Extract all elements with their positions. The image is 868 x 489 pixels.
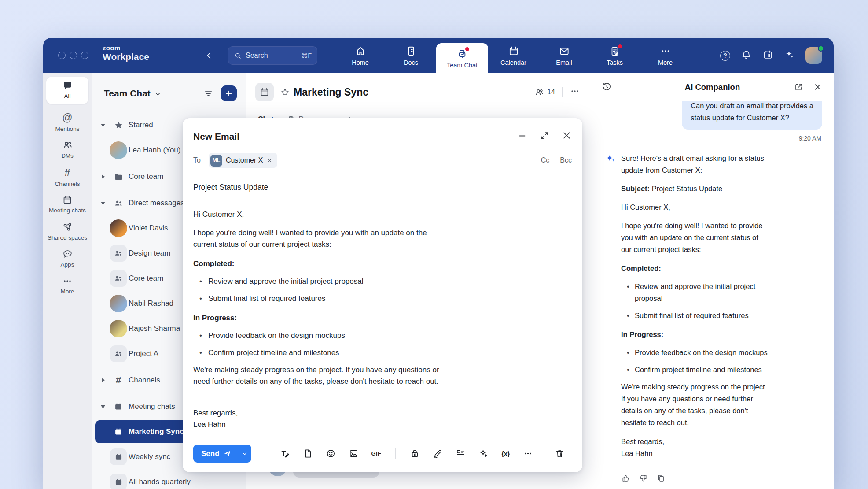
rail-item-dms[interactable]: DMs [46, 136, 88, 163]
ai-sparkle-icon [784, 49, 795, 60]
rail-meeting-chats-label: Meeting chats [49, 207, 86, 214]
chat-list-title-dropdown[interactable]: Team Chat [104, 88, 162, 99]
collapse-caret-icon[interactable] [98, 124, 108, 127]
window-close-dot[interactable] [58, 52, 66, 59]
more-icon [62, 276, 73, 286]
collapse-caret-icon[interactable] [98, 405, 108, 408]
nav-calendar[interactable]: Calendar [488, 38, 539, 73]
toolbar-more-button[interactable] [523, 448, 533, 459]
variables-button[interactable]: {x} [501, 450, 510, 457]
thumbs-up-button[interactable] [621, 474, 630, 483]
ai-response-bullet: Review and approve the initial project p… [621, 281, 768, 304]
window-zoom-dot[interactable] [81, 52, 88, 59]
nav-email[interactable]: Email [539, 38, 589, 73]
nav-team-chat-label: Team Chat [447, 62, 478, 69]
rail-item-apps[interactable]: Apps [46, 245, 88, 272]
nav-tasks[interactable]: Tasks [589, 38, 640, 73]
attach-file-button[interactable] [303, 448, 313, 459]
top-navigation: Home Docs Team Chat Calendar Email [335, 38, 691, 73]
new-chat-button[interactable] [221, 85, 237, 101]
members-button[interactable]: 14 [534, 87, 555, 97]
nav-team-chat[interactable]: Team Chat [436, 43, 488, 73]
logo-zoom: zoom [103, 44, 149, 52]
ai-response-completed-heading: Completed: [621, 263, 768, 274]
ai-companion-button[interactable] [784, 49, 795, 62]
help-button[interactable]: ? [720, 51, 730, 61]
cc-button[interactable]: Cc [541, 156, 550, 164]
expand-caret-icon[interactable] [98, 174, 108, 179]
expand-caret-icon[interactable] [98, 378, 108, 382]
ai-compose-button[interactable] [478, 448, 489, 459]
search-input[interactable]: Search ⌘F [228, 46, 317, 65]
bcc-button[interactable]: Bcc [560, 156, 572, 164]
profile-avatar[interactable] [805, 47, 822, 64]
rail-item-all[interactable]: All [46, 77, 88, 104]
new-email-modal: New Email To ML Customer X Cc Bcc [183, 118, 582, 472]
template-button[interactable] [456, 448, 466, 459]
ai-history-button[interactable] [602, 82, 612, 92]
rail-item-meeting-chats[interactable]: Meeting chats [46, 191, 88, 218]
image-icon [349, 448, 359, 459]
people-icon [62, 140, 73, 151]
folder-icon [108, 172, 129, 182]
encrypt-button[interactable] [410, 448, 420, 459]
subject-field[interactable]: Project Status Update [193, 175, 572, 200]
body-bullet: Confirm project timeline and milestones [193, 347, 572, 359]
titlebar-right-actions: ? [720, 38, 822, 73]
window-minimize-dot[interactable] [70, 52, 77, 59]
group-people-icon [108, 270, 129, 287]
question-icon: ? [723, 52, 727, 59]
body-completed-heading: Completed: [193, 258, 572, 270]
nav-more-label: More [658, 59, 673, 66]
send-options-button[interactable] [238, 445, 251, 463]
ai-response-paragraph: I hope you're doing well! I wanted to pr… [621, 220, 768, 256]
list-item-meeting[interactable]: All hands quarterly [95, 470, 243, 489]
nav-docs[interactable]: Docs [386, 38, 436, 73]
filter-button[interactable] [202, 87, 215, 100]
compose-toolbar: Send GIF {x} [193, 437, 572, 472]
rail-more-label: More [61, 288, 74, 295]
calendar-icon [108, 402, 129, 411]
minimize-button[interactable] [518, 131, 527, 142]
send-button[interactable]: Send [193, 445, 238, 463]
file-icon [303, 448, 313, 459]
nav-home[interactable]: Home [335, 38, 386, 73]
nav-more[interactable]: More [640, 38, 691, 73]
star-icon [108, 120, 129, 130]
rail-item-shared-spaces[interactable]: Shared spaces [46, 218, 88, 245]
divider [562, 87, 563, 97]
rail-item-channels[interactable]: # Channels [46, 163, 88, 192]
back-button[interactable] [203, 49, 215, 62]
ai-popout-button[interactable] [794, 82, 803, 92]
rail-item-more[interactable]: More [46, 272, 88, 299]
insert-image-button[interactable] [349, 448, 359, 459]
signature-button[interactable] [433, 448, 443, 459]
emoji-button[interactable] [326, 448, 336, 459]
gif-button[interactable]: GIF [371, 450, 382, 457]
recipient-chip[interactable]: ML Customer X [209, 153, 277, 168]
text-format-button[interactable] [280, 448, 290, 459]
email-body-editor[interactable]: Hi Customer X, I hope you're doing well!… [193, 200, 572, 437]
remove-recipient-button[interactable] [266, 157, 273, 164]
copy-response-button[interactable] [656, 474, 666, 483]
thumbs-down-button[interactable] [639, 474, 648, 483]
collapse-caret-icon[interactable] [98, 202, 108, 205]
channel-calendar-icon [255, 83, 274, 101]
rail-item-mentions[interactable]: @ Mentions [46, 108, 88, 137]
group-people-icon [108, 345, 129, 362]
at-icon: @ [62, 112, 72, 124]
favorite-star-button[interactable] [280, 87, 290, 97]
ai-close-button[interactable] [813, 82, 822, 92]
close-button[interactable] [562, 130, 572, 142]
avatar [108, 141, 129, 159]
trash-icon [555, 448, 565, 459]
channel-more-button[interactable] [570, 86, 580, 98]
discard-draft-button[interactable] [555, 448, 565, 459]
rail-all-label: All [64, 93, 70, 100]
expand-button[interactable] [540, 131, 549, 142]
notifications-button[interactable] [741, 49, 752, 62]
calendar-icon [108, 448, 129, 465]
upcoming-meetings-button[interactable] [762, 49, 773, 62]
recipients-field[interactable]: To ML Customer X Cc Bcc [193, 147, 572, 175]
window-controls[interactable] [58, 52, 88, 59]
